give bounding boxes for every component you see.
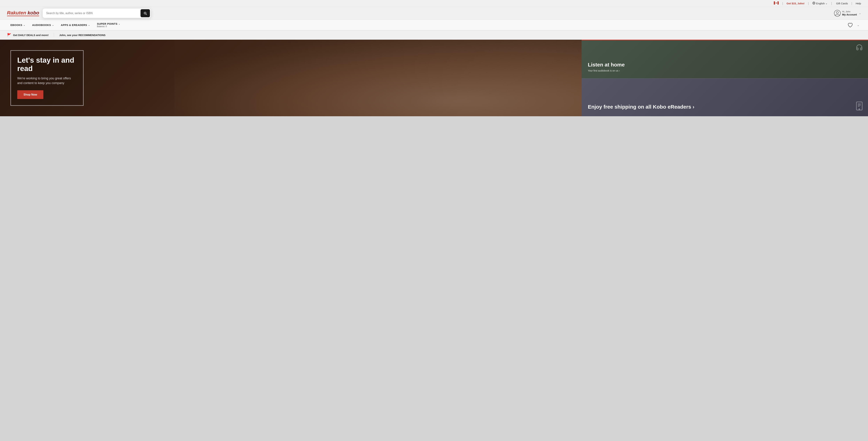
account-text: Hi, John My Account (842, 10, 857, 16)
lang-chevron-icon: ⌄ (825, 2, 828, 5)
search-button[interactable] (141, 9, 150, 17)
cart-button[interactable]: ⌄ (857, 24, 859, 27)
side-top-cta[interactable]: Your first audiobook is on us › (588, 69, 864, 72)
nav-ebooks[interactable]: eBOOKS ⌄ (7, 20, 29, 30)
search-container (43, 8, 151, 18)
logo-text: Rakuten kobo (7, 10, 39, 15)
nav-ebooks-label: eBOOKS (10, 24, 22, 27)
ebooks-chevron-icon: ⌄ (23, 24, 25, 26)
cart-chevron-icon: ⌄ (857, 24, 859, 27)
audiobooks-chevron-icon: ⌄ (52, 24, 54, 26)
hero-side-top-bg (582, 40, 868, 78)
gift-cards-link[interactable]: Gift Cards (836, 2, 848, 5)
deals-text: Get DAILY DEALS and more! (13, 34, 49, 36)
account-chevron-icon: ⌄ (859, 12, 861, 14)
hero-title: Let's stay in and read (17, 56, 77, 73)
shop-now-button[interactable]: Shop Now (17, 90, 43, 99)
language-label: English (816, 2, 825, 5)
announcement-bar: 🚩 Get DAILY DEALS and more! John, see yo… (0, 30, 868, 40)
side-top-content: Listen at home Your first audiobook is o… (588, 62, 864, 72)
globe-icon (812, 2, 815, 5)
hero-section: Let's stay in and read We're working to … (0, 40, 868, 116)
nav-superpoints-label: SUPER POINTS (97, 22, 118, 25)
canada-flag-icon (774, 1, 779, 5)
svg-rect-2 (777, 1, 779, 4)
search-icon (143, 11, 147, 15)
hero-people-bg (175, 40, 582, 116)
nav-apps[interactable]: APPS & eREADERS ⌄ (57, 20, 93, 30)
help-link[interactable]: Help (856, 2, 861, 5)
svg-rect-1 (774, 1, 775, 4)
side-top-title: Listen at home (588, 62, 864, 68)
divider-3: | (831, 2, 832, 5)
side-bottom-content: Enjoy free shipping on all Kobo eReaders… (588, 104, 864, 110)
divider-2: | (808, 2, 809, 5)
header: Rakuten kobo Hi, John My Account ⌄ (0, 7, 868, 20)
logo[interactable]: Rakuten kobo (7, 10, 39, 16)
account-icon (834, 10, 841, 17)
apps-chevron-icon: ⌄ (88, 24, 90, 26)
hero-main: Let's stay in and read We're working to … (0, 40, 582, 116)
logo-underline (7, 15, 39, 16)
nav-audiobooks[interactable]: AUDIOBOOKS ⌄ (29, 20, 58, 30)
recs-text: John, see your RECOMMENDATIONS (59, 34, 105, 36)
search-input[interactable] (43, 9, 141, 17)
superpoints-label-row: SUPER POINTS ⌄ (97, 22, 120, 25)
hero-side: Listen at home Your first audiobook is o… (582, 40, 868, 116)
nav-bar: eBOOKS ⌄ AUDIOBOOKS ⌄ APPS & eREADERS ⌄ … (0, 20, 868, 30)
account-name: My Account (842, 13, 857, 16)
account-hi: Hi, John (842, 10, 857, 13)
top-bar: | Get $15, John! | English ⌄ | Gift Card… (0, 0, 868, 7)
account-section[interactable]: Hi, John My Account ⌄ (834, 10, 861, 17)
deals-announcement[interactable]: 🚩 Get DAILY DEALS and more! (7, 33, 54, 37)
flag-emoji-icon: 🚩 (7, 33, 11, 37)
nav-audiobooks-label: AUDIOBOOKS (32, 24, 51, 27)
hero-side-top-panel: Listen at home Your first audiobook is o… (582, 40, 868, 78)
hero-subtitle: We're working to bring you great offers … (17, 76, 77, 85)
hero-content: Let's stay in and read We're working to … (10, 50, 84, 106)
recommendations-link[interactable]: John, see your RECOMMENDATIONS (54, 34, 105, 36)
headphone-icon (856, 44, 863, 52)
nav-right: ⌄ (846, 22, 861, 28)
promo-link[interactable]: Get $15, John! (786, 2, 804, 5)
nav-superpoints[interactable]: SUPER POINTS ⌄ Balance: 0 (93, 20, 124, 30)
canada-flag-region (774, 1, 779, 5)
superpoints-chevron-icon: ⌄ (118, 23, 120, 25)
hero-side-bottom-bg (582, 78, 868, 117)
svg-point-7 (836, 11, 838, 13)
language-selector[interactable]: English ⌄ (812, 2, 828, 5)
divider-1: | (782, 2, 783, 5)
side-bottom-title[interactable]: Enjoy free shipping on all Kobo eReaders… (588, 104, 864, 110)
wishlist-button[interactable] (847, 22, 853, 28)
hero-side-bottom-panel: Enjoy free shipping on all Kobo eReaders… (582, 78, 868, 117)
divider-4: | (851, 2, 852, 5)
nav-apps-label: APPS & eREADERS (61, 24, 87, 27)
hero-box: Let's stay in and read We're working to … (10, 50, 84, 106)
nav-balance: Balance: 0 (97, 25, 107, 28)
